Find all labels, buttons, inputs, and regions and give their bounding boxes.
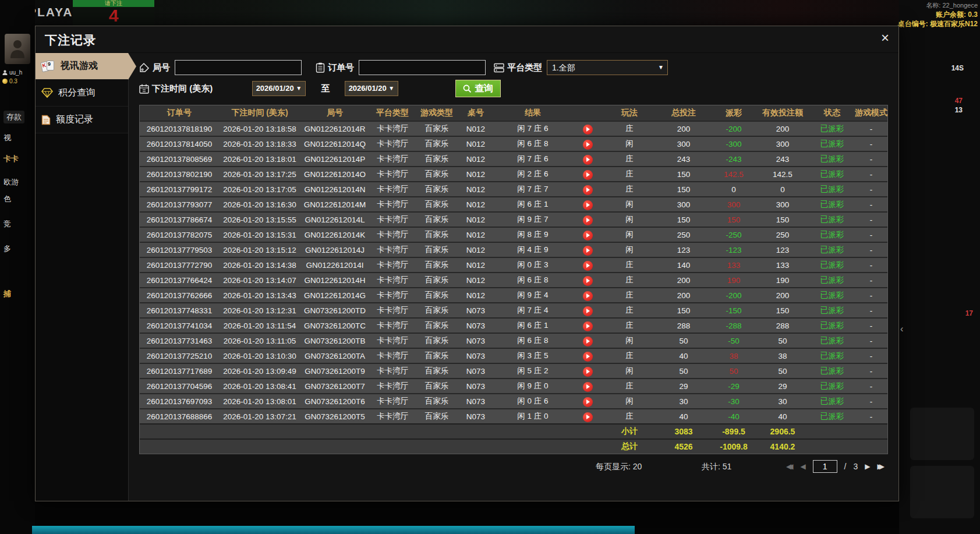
play-video-button[interactable]	[583, 246, 593, 256]
cell-bet-time: 2026-01-20 13:15:55	[219, 215, 300, 224]
cell-table-number: N073	[458, 321, 494, 330]
play-video-button[interactable]	[583, 231, 593, 241]
nav-item[interactable]: 多	[3, 243, 11, 254]
last-page-button[interactable]: ▶▶	[878, 462, 885, 471]
play-video-button[interactable]	[583, 125, 593, 135]
cell-total-bet: 300	[656, 140, 712, 148]
scoreboard-fragment: 14S	[951, 64, 964, 72]
nav-item[interactable]: 卡卡	[3, 154, 19, 164]
play-video-button[interactable]	[583, 397, 593, 407]
cell-round-number: GN073261200T7	[300, 382, 369, 391]
table-row: 260120137748331 2026-01-20 13:12:31 GN07…	[140, 302, 887, 317]
cell-payout: -30	[712, 397, 756, 406]
table-row: 260120137802190 2026-01-20 13:17:25 GN01…	[140, 166, 887, 181]
order-number-label: 订单号	[328, 62, 354, 73]
cell-platform: 卡卡湾厅	[369, 199, 416, 210]
cell-play-type: 庄	[603, 260, 656, 270]
cell-play-type: 庄	[603, 351, 656, 361]
play-video-button[interactable]	[583, 306, 593, 316]
first-page-button[interactable]: ◀◀	[786, 462, 793, 471]
play-video-button[interactable]	[583, 367, 593, 377]
nav-item[interactable]: 竞	[3, 219, 11, 229]
cell-round-number: GN073261200T5	[300, 412, 369, 421]
cell-play-type: 闲	[603, 199, 656, 210]
cell-bet-time: 2026-01-20 13:09:49	[219, 367, 300, 376]
date-from-select[interactable]: 2026/01/20 ▼	[252, 81, 306, 96]
nav-item[interactable]: 欧游	[3, 177, 19, 188]
subtotal-bet: 3083	[656, 427, 712, 436]
balance-label: 0.3	[2, 78, 17, 84]
prev-page-button[interactable]: ◀	[800, 462, 805, 471]
cell-valid-bet: 30	[756, 397, 809, 406]
play-video-button[interactable]	[583, 352, 593, 362]
page-number-input[interactable]	[813, 460, 837, 473]
cell-play-type: 庄	[603, 123, 656, 134]
cell-table-number: N073	[458, 367, 494, 376]
search-button[interactable]: 查询	[455, 80, 501, 97]
play-video-button[interactable]	[583, 412, 593, 422]
cell-total-bet: 150	[656, 170, 712, 179]
cell-game-mode: -	[855, 246, 887, 254]
cell-platform: 卡卡湾厅	[369, 335, 416, 346]
filter-row-2: 下注时间 (美东) 2026/01/20 ▼ 至 2026/01/20 ▼ 查询	[139, 80, 888, 97]
tab-points-query[interactable]: 积分查询	[36, 80, 128, 107]
play-video-button[interactable]	[583, 382, 593, 392]
play-video-button[interactable]	[583, 215, 593, 225]
play-video-button[interactable]	[583, 170, 593, 180]
nav-deposit[interactable]: 存款	[3, 111, 24, 123]
nav-item-fishing[interactable]: 捕	[3, 289, 11, 299]
play-video-button[interactable]	[583, 291, 593, 301]
close-icon[interactable]: ×	[881, 31, 889, 45]
filter-row-1: 局号 订单号 平台类型 1.全部 ▼	[139, 59, 888, 76]
platform-type-select[interactable]: 1.全部 ▼	[547, 60, 668, 75]
cell-payout: 133	[712, 261, 756, 270]
play-video-button[interactable]	[583, 276, 593, 286]
cell-game-type: 百家乐	[416, 260, 458, 270]
play-video-button[interactable]	[583, 200, 593, 210]
play-video-button[interactable]	[583, 337, 593, 346]
play-video-button[interactable]	[583, 185, 593, 195]
cell-result: 闲 9 庄 0	[494, 381, 572, 391]
table-row: 260120137786674 2026-01-20 13:15:55 GN01…	[140, 211, 887, 227]
cell-total-bet: 150	[656, 215, 712, 224]
username-label: uu_h	[2, 69, 22, 76]
date-to-select[interactable]: 2026/01/20 ▼	[345, 81, 398, 96]
cell-result: 闲 4 庄 9	[494, 245, 572, 255]
nav-item[interactable]: 视	[3, 133, 11, 143]
next-page-button[interactable]: ▶	[865, 462, 870, 471]
play-video-button[interactable]	[583, 321, 593, 331]
subtotal-label: 小计	[603, 426, 656, 437]
cell-play-type: 庄	[603, 411, 656, 422]
modal-title: 下注记录	[45, 32, 96, 48]
cell-result: 闲 6 庄 1	[494, 320, 572, 331]
play-video-button[interactable]	[583, 155, 593, 165]
bet-records-modal: 下注记录 × K9 视讯游戏 积分查询 额度记录	[35, 26, 899, 501]
round-number-input[interactable]	[175, 60, 302, 75]
collapse-panel-arrow[interactable]: ‹	[900, 324, 903, 334]
cell-payout: 190	[712, 276, 756, 285]
avatar[interactable]	[5, 34, 30, 64]
chevron-down-icon: ▼	[658, 61, 664, 75]
cell-result: 闲 5 庄 2	[494, 366, 572, 376]
cell-play-type: 庄	[603, 275, 656, 285]
cell-total-bet: 243	[656, 155, 712, 164]
nav-item[interactable]: 色	[3, 194, 11, 204]
cell-game-mode: -	[855, 367, 887, 376]
left-nav-strip: uu_h 0.3 存款 视 卡卡 欧游 色 竞 多 捕	[0, 0, 35, 534]
tab-video-games[interactable]: K9 视讯游戏	[36, 53, 128, 80]
platform-icon	[494, 63, 504, 73]
table-number: 桌台编号: 极速百家乐N12	[898, 19, 978, 29]
tab-credit-records[interactable]: 额度记录	[36, 107, 128, 133]
right-info-panel: 名称: 22_hongece 账户余额: 0.3 桌台编号: 极速百家乐N12 …	[899, 0, 980, 534]
table-row: 260120137779503 2026-01-20 13:15:12 GN01…	[140, 242, 887, 257]
cell-play-type: 庄	[603, 305, 656, 316]
cell-platform: 卡卡湾厅	[369, 320, 416, 331]
cell-game-mode: -	[855, 397, 887, 406]
play-video-button[interactable]	[583, 261, 593, 271]
play-icon	[586, 263, 590, 268]
play-video-button[interactable]	[583, 140, 593, 150]
cell-table-number: N073	[458, 397, 494, 406]
cell-table-number: N012	[458, 170, 494, 179]
cell-result: 闲 9 庄 7	[494, 214, 572, 225]
order-number-input[interactable]	[359, 60, 486, 75]
